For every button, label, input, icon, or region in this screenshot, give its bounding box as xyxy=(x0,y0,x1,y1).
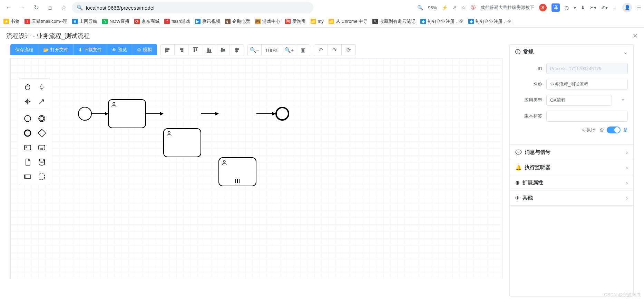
bookmark-item[interactable]: ◆钉钉企业注册，企 xyxy=(420,18,464,25)
zoom-out-button[interactable]: 🔍− xyxy=(248,45,262,56)
svg-rect-10 xyxy=(207,48,209,52)
section-header[interactable]: ✈其他› xyxy=(510,190,633,205)
chevron-down-icon[interactable]: ▾ xyxy=(574,5,576,10)
s-icon[interactable]: Ⓢ xyxy=(471,4,476,11)
pool-tool[interactable] xyxy=(21,170,34,184)
star-button[interactable]: ☆ xyxy=(58,2,70,13)
align-hcenter-button[interactable] xyxy=(216,45,230,56)
end-event-node[interactable] xyxy=(275,107,289,121)
align-top-button[interactable] xyxy=(188,45,202,56)
预览-button[interactable]: 👁预览 xyxy=(107,44,132,55)
undo-button[interactable]: ↶ xyxy=(314,45,328,56)
user-task-1[interactable] xyxy=(108,99,146,128)
bookmark-item[interactable]: ✎收藏到有道云笔记 xyxy=(372,18,416,25)
forward-button[interactable]: → xyxy=(17,2,28,13)
section-header[interactable]: 💬消息与信号› xyxy=(510,145,633,160)
section-header[interactable]: 🔔执行监听器› xyxy=(510,160,633,175)
align-vcenter-button[interactable] xyxy=(230,45,244,56)
bookmark-icon: ⟳ xyxy=(134,19,140,24)
ext-pdf-icon[interactable]: ✕ xyxy=(539,4,547,11)
lasso-tool[interactable] xyxy=(35,80,48,94)
hamburger-icon[interactable]: ☰ xyxy=(637,5,641,10)
ext-translate-icon[interactable]: 译 xyxy=(552,3,560,12)
download-icon[interactable]: ⬇ xyxy=(581,5,585,10)
share-icon[interactable]: ↗ xyxy=(452,5,457,10)
bookmark-item[interactable]: 📁my xyxy=(311,19,324,24)
align-left-button[interactable] xyxy=(161,45,175,56)
bookmark-icon[interactable]: ☆ xyxy=(461,5,466,10)
section-general-header[interactable]: ⓘ 常规 ⌄ xyxy=(510,45,633,59)
bookmark-item[interactable]: T天猫tmall.com--理 xyxy=(25,18,67,25)
intermediate-event-tool[interactable] xyxy=(35,112,48,125)
profile-icon[interactable]: 👤 xyxy=(622,3,632,12)
bookmark-label: NOW直播 xyxy=(109,18,129,25)
start-event-tool[interactable] xyxy=(21,112,34,125)
group-tool[interactable] xyxy=(35,170,48,184)
version-input[interactable] xyxy=(546,111,628,122)
打开文件-button[interactable]: 📂打开文件 xyxy=(38,44,74,55)
bookmark-item[interactable]: 🐧企鹅电竞 xyxy=(225,18,250,25)
refresh-button[interactable]: ⟳ xyxy=(342,45,355,56)
bookmark-item[interactable]: 📁从 Chrome 中导 xyxy=(329,18,368,25)
close-button[interactable]: ✕ xyxy=(633,32,638,40)
bookmark-label: 钉钉企业注册，企 xyxy=(476,18,511,25)
data-store-tool[interactable] xyxy=(35,155,48,169)
section-title: 其他 xyxy=(523,195,533,201)
svg-point-33 xyxy=(168,131,170,133)
下载文件-button[interactable]: ⬇下载文件 xyxy=(74,44,107,55)
end-event-tool[interactable] xyxy=(21,126,34,140)
zoom-fit-button[interactable]: ▣ xyxy=(296,45,310,56)
模拟-button[interactable]: ⚙模拟 xyxy=(132,44,157,55)
start-event-node[interactable] xyxy=(78,107,92,121)
home-button[interactable]: ⌂ xyxy=(44,2,56,13)
bookmark-label: 收藏到有道云笔记 xyxy=(380,18,416,25)
bookmark-item[interactable]: ▶腾讯视频 xyxy=(195,18,220,25)
bookmark-item[interactable]: fflash游戏 xyxy=(164,18,190,25)
app-type-select[interactable] xyxy=(546,95,612,106)
bookmark-icon: T xyxy=(25,19,30,24)
menu-icon[interactable]: ⋮ xyxy=(613,5,617,10)
user-task-3[interactable] xyxy=(218,157,256,186)
align-right-button[interactable] xyxy=(175,45,188,56)
exec-no: 否 xyxy=(599,127,604,133)
bookmark-item[interactable]: e上网导航 xyxy=(72,18,97,25)
gateway-tool[interactable] xyxy=(35,126,48,140)
reload-button[interactable]: ↻ xyxy=(30,2,42,13)
flash-icon[interactable]: ⚡ xyxy=(442,5,448,10)
user-task-2[interactable] xyxy=(163,128,201,157)
zoom-in-button[interactable]: 🔍+ xyxy=(282,45,296,56)
address-bar[interactable]: 🔍 localhost:9666/process/model xyxy=(72,2,313,13)
sequence-flow[interactable] xyxy=(92,113,108,114)
data-object-tool[interactable] xyxy=(21,155,34,169)
bookmark-item[interactable]: ⟳京东商城 xyxy=(134,18,159,25)
bpmn-canvas[interactable] xyxy=(10,58,502,279)
sequence-flow[interactable] xyxy=(256,113,275,114)
space-tool[interactable] xyxy=(21,95,34,109)
svg-point-28 xyxy=(39,159,45,161)
redo-button[interactable]: ↷ xyxy=(328,45,342,56)
user-icon xyxy=(221,159,227,167)
edit-icon[interactable]: ✐▾ xyxy=(601,5,608,10)
bookmark-item[interactable]: 淘爱淘宝 xyxy=(285,18,306,25)
hand-tool[interactable] xyxy=(21,80,34,94)
exec-toggle[interactable] xyxy=(607,126,621,133)
section-header[interactable]: ⊕扩展属性› xyxy=(510,175,633,190)
section-title: 扩展属性 xyxy=(523,179,543,186)
bookmark-item[interactable]: 🎮游戏中心 xyxy=(255,18,280,25)
bookmark-item[interactable]: NNOW直播 xyxy=(102,18,129,25)
align-bottom-button[interactable] xyxy=(202,45,216,56)
保存流程-button[interactable]: 保存流程 xyxy=(10,44,38,55)
history-icon[interactable]: ◷ xyxy=(565,5,569,10)
bookmark-item[interactable]: ◆钉钉企业注册，企 xyxy=(468,18,511,25)
bookmark-item[interactable]: ★书签 xyxy=(3,18,20,25)
subprocess-tool[interactable] xyxy=(35,141,48,154)
back-button[interactable]: ← xyxy=(3,2,14,13)
bookmark-icon: 淘 xyxy=(285,19,291,24)
zoom-icon[interactable]: 🔍 xyxy=(417,5,423,10)
connect-tool[interactable] xyxy=(35,95,48,109)
sequence-flow[interactable] xyxy=(146,113,163,114)
name-input[interactable] xyxy=(546,79,628,90)
sequence-flow[interactable] xyxy=(201,113,218,114)
user-task-tool[interactable] xyxy=(21,141,34,154)
scissors-icon[interactable]: ✂▾ xyxy=(590,5,596,10)
